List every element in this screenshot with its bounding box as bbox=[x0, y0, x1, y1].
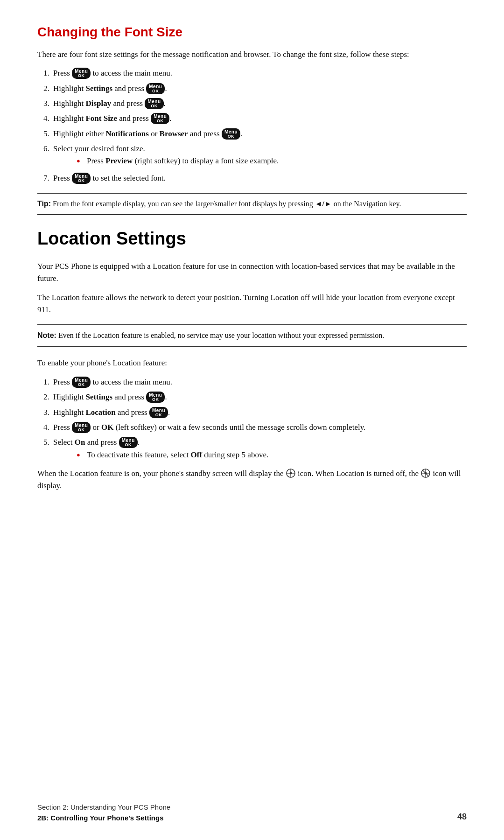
loc-bullet-1: To deactivate this feature, select Off d… bbox=[77, 449, 467, 461]
menu-btn-1: MenuOK bbox=[72, 68, 91, 79]
menu-btn-7: MenuOK bbox=[72, 173, 91, 184]
font-step-2: Highlight Settings and press MenuOK. bbox=[51, 83, 467, 95]
location-para4: When the Location feature is on, your ph… bbox=[37, 468, 467, 492]
footer-chapter: 2B: Controlling Your Phone's Settings bbox=[37, 813, 170, 824]
loc-menu-btn-1: MenuOK bbox=[72, 377, 91, 388]
menu-btn-3: MenuOK bbox=[145, 98, 163, 109]
location-para1: Your PCS Phone is equipped with a Locati… bbox=[37, 260, 467, 285]
nav-arrows: ◄/► bbox=[315, 200, 332, 208]
off-bold: Off bbox=[191, 450, 203, 459]
font-size-intro: There are four font size settings for th… bbox=[37, 49, 467, 61]
loc-menu-btn-2: MenuOK bbox=[146, 392, 165, 403]
tip-box: Tip: From the font example display, you … bbox=[37, 193, 467, 215]
on-bold: On bbox=[75, 438, 85, 447]
footer-left: Section 2: Understanding Your PCS Phone … bbox=[37, 802, 170, 823]
location-bold: Location bbox=[85, 408, 115, 417]
loc-menu-btn-5: MenuOK bbox=[119, 437, 138, 448]
loc-step-4: Press MenuOK or OK (left softkey) or wai… bbox=[51, 421, 467, 434]
font-step-7: Press MenuOK to set the selected font. bbox=[51, 172, 467, 184]
footer-page: 48 bbox=[457, 811, 467, 823]
note-box: Note: Even if the Location feature is en… bbox=[37, 324, 467, 347]
ok-bold: OK bbox=[101, 423, 113, 432]
font-size-title: Changing the Font Size bbox=[37, 22, 467, 42]
loc-step-2: Highlight Settings and press MenuOK. bbox=[51, 391, 467, 403]
page-footer: Section 2: Understanding Your PCS Phone … bbox=[37, 802, 467, 823]
location-para3: To enable your phone's Location feature: bbox=[37, 357, 467, 369]
loc-menu-btn-3: MenuOK bbox=[149, 407, 168, 418]
note-label: Note: bbox=[37, 331, 56, 339]
fontsize-bold: Font Size bbox=[85, 114, 117, 123]
preview-bold: Preview bbox=[105, 156, 133, 165]
loc-settings-bold: Settings bbox=[85, 392, 112, 401]
loc-bullet-list: To deactivate this feature, select Off d… bbox=[77, 449, 467, 461]
loc-step-5: Select On and press MenuOK. To deactivat… bbox=[51, 436, 467, 461]
location-on-icon bbox=[286, 468, 296, 478]
font-step-6: Select your desired font size. Press Pre… bbox=[51, 143, 467, 168]
font-step-1: Press MenuOK to access the main menu. bbox=[51, 67, 467, 79]
menu-btn-2: MenuOK bbox=[146, 83, 165, 94]
font-bullet-list: Press Preview (right softkey) to display… bbox=[77, 155, 467, 167]
display-bold: Display bbox=[85, 99, 111, 108]
notifications-bold: Notifications bbox=[105, 129, 149, 138]
font-step-5: Highlight either Notifications or Browse… bbox=[51, 128, 467, 140]
footer-section: Section 2: Understanding Your PCS Phone bbox=[37, 803, 170, 811]
loc-step-3: Highlight Location and press MenuOK. bbox=[51, 406, 467, 419]
loc-step-1: Press MenuOK to access the main menu. bbox=[51, 376, 467, 388]
location-off-icon bbox=[420, 468, 431, 478]
location-steps: Press MenuOK to access the main menu. Hi… bbox=[51, 376, 467, 461]
font-step-4: Highlight Font Size and press MenuOK. bbox=[51, 112, 467, 125]
menu-btn-4: MenuOK bbox=[151, 113, 169, 124]
location-para2: The Location feature allows the network … bbox=[37, 292, 467, 316]
menu-btn-5: MenuOK bbox=[222, 128, 240, 140]
location-settings-title: Location Settings bbox=[37, 225, 467, 252]
loc-menu-btn-4: MenuOK bbox=[72, 422, 91, 433]
browser-bold: Browser bbox=[160, 129, 188, 138]
settings-bold: Settings bbox=[85, 84, 112, 93]
tip-label: Tip: bbox=[37, 200, 51, 208]
font-step-3: Highlight Display and press MenuOK. bbox=[51, 98, 467, 110]
page-content: Changing the Font Size There are four fo… bbox=[37, 22, 467, 492]
font-size-steps: Press MenuOK to access the main menu. Hi… bbox=[51, 67, 467, 184]
svg-point-3 bbox=[289, 472, 292, 474]
font-bullet-1: Press Preview (right softkey) to display… bbox=[77, 155, 467, 167]
